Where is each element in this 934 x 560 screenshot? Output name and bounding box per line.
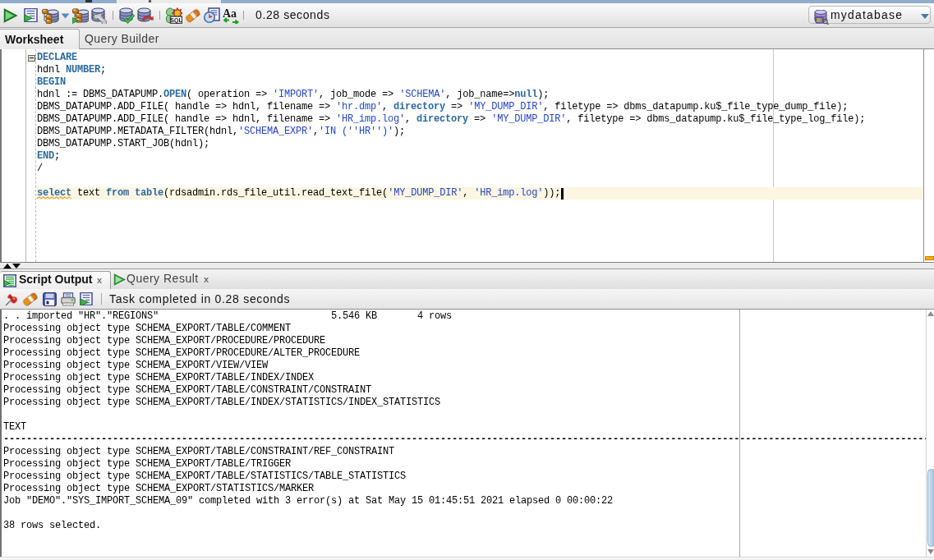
svg-text:SQL: SQL [170,17,182,24]
svg-text:Aa: Aa [223,7,237,20]
